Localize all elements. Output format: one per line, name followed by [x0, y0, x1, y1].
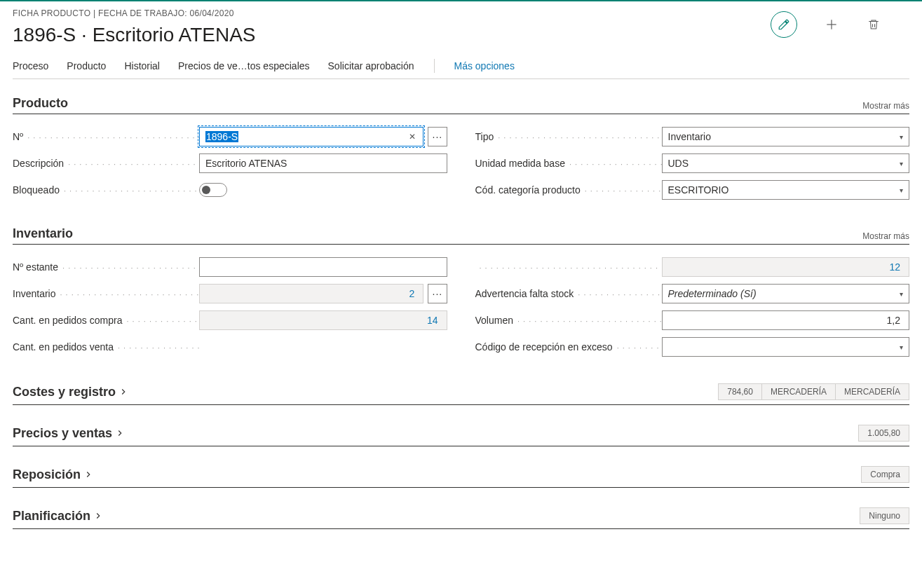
pencil-icon — [778, 18, 790, 31]
chevron-right-icon — [93, 511, 103, 521]
badge-reposicion-1: Compra — [861, 466, 909, 483]
section-precios-title[interactable]: Precios y ventas — [13, 426, 125, 441]
label-inventario: Inventario — [13, 288, 199, 299]
readonly-pedidos-compra[interactable]: 14 — [199, 310, 447, 330]
lookup-button-inventario[interactable]: ··· — [428, 284, 447, 303]
action-tabs: Proceso Producto Historial Precios de ve… — [13, 59, 909, 79]
lookup-button-no[interactable]: ··· — [428, 127, 447, 146]
badge-precios-1: 1.005,80 — [858, 425, 909, 442]
chevron-right-icon — [115, 428, 125, 438]
select-recepcion-exceso[interactable]: ▾ — [662, 337, 910, 357]
label-blank — [475, 261, 662, 273]
chevron-down-icon: ▾ — [900, 343, 903, 351]
chevron-right-icon — [83, 470, 93, 479]
label-bloqueado: Bloqueado — [13, 184, 199, 196]
section-producto-title[interactable]: Producto — [13, 96, 68, 111]
chevron-right-icon — [118, 387, 128, 397]
label-estante: Nº estante — [13, 261, 199, 273]
label-pedidos-compra: Cant. en pedidos compra — [13, 315, 199, 326]
chevron-down-icon: ▾ — [900, 290, 903, 298]
label-descripcion: Descripción — [13, 158, 199, 169]
tab-historial[interactable]: Historial — [124, 60, 160, 71]
clear-icon[interactable]: ✕ — [409, 132, 416, 142]
readonly-inventario[interactable]: 2 — [199, 284, 423, 303]
breadcrumb: FICHA PRODUCTO | FECHA DE TRABAJO: 06/04… — [13, 8, 771, 18]
tab-precios[interactable]: Precios de ve…tos especiales — [178, 60, 310, 71]
page-title: 1896-S · Escritorio ATENAS — [13, 24, 771, 46]
label-recepcion-exceso: Código de recepción en exceso — [475, 341, 662, 353]
label-pedidos-venta: Cant. en pedidos venta — [13, 341, 199, 353]
badge-costes-3: MERCADERÍA — [836, 383, 909, 400]
section-planificacion-title[interactable]: Planificación — [13, 509, 103, 524]
badge-costes-1: 784,60 — [718, 383, 762, 400]
chevron-down-icon: ▾ — [900, 160, 903, 167]
select-tipo[interactable]: Inventario ▾ — [662, 127, 910, 146]
badge-planificacion-1: Ninguno — [860, 507, 909, 524]
chevron-down-icon: ▾ — [900, 186, 903, 194]
section-costes-title[interactable]: Costes y registro — [13, 385, 128, 399]
select-um-base[interactable]: UDS ▾ — [662, 153, 910, 173]
section-inventario-title[interactable]: Inventario — [13, 226, 73, 241]
section-reposicion-title[interactable]: Reposición — [13, 467, 93, 482]
plus-icon — [825, 18, 839, 32]
select-categoria[interactable]: ESCRITORIO ▾ — [662, 180, 910, 200]
input-no-value: 1896-S — [205, 131, 238, 142]
input-estante[interactable] — [199, 257, 447, 277]
label-tipo: Tipo — [475, 131, 662, 142]
tab-proceso[interactable]: Proceso — [13, 60, 48, 71]
toggle-bloqueado[interactable] — [199, 183, 227, 197]
select-advertencia-stock[interactable]: Predeterminado (Sí) ▾ — [662, 284, 910, 303]
label-um-base: Unidad medida base — [475, 158, 662, 169]
edit-button[interactable] — [771, 11, 797, 38]
label-volumen: Volumen — [475, 315, 662, 326]
trash-icon — [867, 18, 880, 31]
input-descripcion[interactable] — [199, 153, 447, 173]
tab-solicitar[interactable]: Solicitar aprobación — [328, 60, 414, 71]
new-button[interactable] — [824, 17, 839, 32]
section-inventario-more[interactable]: Mostrar más — [862, 231, 909, 241]
tab-producto[interactable]: Producto — [67, 60, 106, 71]
label-categoria: Cód. categoría producto — [475, 184, 662, 196]
label-advertencia-stock: Advertencia falta stock — [475, 288, 662, 299]
section-producto-more[interactable]: Mostrar más — [862, 101, 909, 111]
chevron-down-icon: ▾ — [900, 133, 903, 141]
badge-costes-2: MERCADERÍA — [762, 383, 836, 400]
input-volumen[interactable] — [662, 310, 910, 330]
readonly-cant-ensamblado[interactable]: 12 — [662, 257, 910, 277]
tab-mas-opciones[interactable]: Más opciones — [454, 60, 515, 71]
label-no: Nº — [13, 131, 199, 142]
delete-button[interactable] — [866, 17, 881, 32]
input-no[interactable]: 1896-S ✕ — [199, 127, 423, 146]
